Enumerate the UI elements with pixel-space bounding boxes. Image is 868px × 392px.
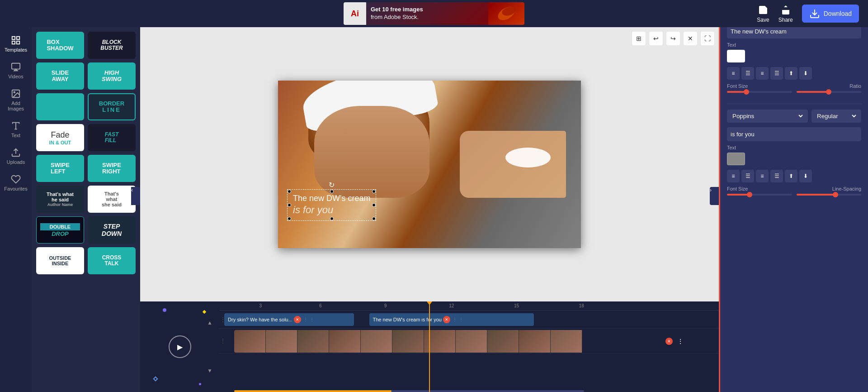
- ad-text: Get 10 free images from Adobe Stock.: [366, 6, 428, 21]
- handle-ml[interactable]: [288, 203, 291, 207]
- audio-clip-1-text: Dry skin? We have the solu...: [228, 317, 292, 322]
- sidebar-item-videos[interactable]: Videos: [2, 58, 29, 83]
- audio-clip-2-handle-b[interactable]: ⋮: [459, 317, 463, 322]
- ruler-mark-12: 12: [449, 303, 454, 308]
- audio-clip-2-text: The new DW's cream is for you: [373, 317, 442, 322]
- left-panel-toggle[interactable]: ‹: [131, 187, 140, 205]
- audio-clip-1-close[interactable]: ✕: [294, 316, 301, 323]
- redo-btn[interactable]: ↪: [666, 32, 680, 45]
- svg-rect-8: [12, 63, 20, 69]
- template-fade-in-out[interactable]: Fade IN & OUT: [36, 124, 84, 151]
- sidebar-item-text[interactable]: Text: [2, 117, 29, 142]
- audio-clip-2-close[interactable]: ✕: [443, 316, 450, 323]
- audio-clip-1[interactable]: Dry skin? We have the solu... ✕ ⋮ ⋮: [224, 313, 354, 326]
- handle-tl[interactable]: [288, 190, 291, 193]
- line-spacing-slider-2[interactable]: [797, 194, 862, 196]
- fullscreen-btn[interactable]: ⛶: [701, 32, 714, 45]
- template-slide-away[interactable]: SLIDEAWAY: [36, 62, 84, 90]
- playhead[interactable]: [429, 301, 430, 392]
- handle-tr[interactable]: [372, 190, 376, 193]
- adobe-logo: Ai: [344, 2, 366, 25]
- template-border-line[interactable]: BORDERLINE: [88, 93, 136, 120]
- font-family-select-2[interactable]: Poppins Arial Roboto: [727, 110, 808, 123]
- template-fast-fill[interactable]: FASTFILL: [88, 124, 136, 151]
- template-quote1[interactable]: That's whathe said Author Name: [36, 186, 84, 213]
- handle-bm[interactable]: [330, 217, 334, 220]
- overlay-text-1: The new DW's cream: [293, 193, 370, 204]
- template-box-shadow[interactable]: BOXSHADOW: [36, 32, 84, 59]
- template-solid-green[interactable]: [36, 93, 84, 120]
- close-btn[interactable]: ✕: [684, 32, 697, 45]
- template-quote2[interactable]: That'swhatshe said: [88, 186, 136, 213]
- template-swipe-right[interactable]: SWIPERIGHT: [88, 155, 136, 182]
- font-style-select-2[interactable]: Regular Bold Italic: [811, 110, 861, 123]
- timeline: ▲ ▼ ▶ 3 6 9 12 15 18 ⋮: [140, 301, 719, 392]
- audio-clip-2[interactable]: The new DW's cream is for you ✕ ⋮ ⋮: [369, 313, 534, 326]
- template-high-swing[interactable]: HIGHSWING: [88, 62, 136, 90]
- right-panel: Poppins Arial Roboto Regular Bold Italic…: [719, 0, 868, 392]
- svg-rect-6: [17, 41, 19, 44]
- timeline-ruler: 3 6 9 12 15 18: [219, 301, 719, 311]
- align-left-1[interactable]: ≡: [727, 67, 740, 80]
- align-right-1[interactable]: ≡: [756, 67, 769, 80]
- ruler-mark-9: 9: [384, 303, 387, 308]
- sidebar-item-templates[interactable]: Templates: [2, 32, 29, 56]
- align-bottom-2[interactable]: ⬇: [799, 170, 812, 182]
- align-justify-2[interactable]: ☰: [770, 170, 783, 182]
- sidebar-item-uploads[interactable]: Uploads: [2, 144, 29, 168]
- template-swipe-left[interactable]: SWIPELEFT: [36, 155, 84, 182]
- download-action[interactable]: Download: [802, 5, 859, 23]
- share-action[interactable]: Share: [778, 5, 793, 23]
- text-overlay[interactable]: ↻ The new DW's cream is for you: [287, 189, 376, 221]
- undo-btn[interactable]: ↩: [649, 32, 663, 45]
- play-button[interactable]: ▶: [169, 335, 191, 358]
- align-right-2[interactable]: ≡: [756, 170, 769, 182]
- font-size-slider-2[interactable]: [727, 194, 792, 196]
- align-top-2[interactable]: ⬆: [785, 170, 797, 182]
- color-swatch-1[interactable]: [727, 50, 745, 62]
- ruler-mark-3: 3: [259, 303, 262, 308]
- template-outside-inside[interactable]: OUTSIDE INSIDE: [36, 247, 84, 274]
- align-row-1: ≡ ☰ ≡ ☰ ⬆ ⬇: [727, 67, 861, 80]
- align-center-1[interactable]: ☰: [741, 67, 754, 80]
- handle-mr[interactable]: [372, 203, 376, 207]
- video-strip[interactable]: ✕ ⋮: [234, 330, 694, 353]
- align-center-2[interactable]: ☰: [741, 170, 754, 182]
- audio-clip-1-handle-b[interactable]: ⋮: [310, 317, 314, 322]
- handle-tm[interactable]: [330, 190, 334, 193]
- timeline-progress: [234, 390, 584, 392]
- ratio-slider-1[interactable]: [797, 91, 862, 93]
- template-block-buster[interactable]: BLOCKBUSTER: [88, 32, 136, 59]
- rotate-handle[interactable]: ↻: [329, 181, 335, 189]
- overlay-text-2: is for you: [293, 204, 370, 217]
- template-cross-talk[interactable]: CROSSTALK: [88, 247, 136, 274]
- timeline-tracks: 3 6 9 12 15 18 ⋮ Dry skin? We have the s…: [219, 301, 719, 392]
- audio-clip-2-handle-a[interactable]: ⋮: [453, 317, 457, 322]
- grid-view-btn[interactable]: ⊞: [632, 32, 646, 45]
- align-justify-1[interactable]: ☰: [770, 67, 783, 80]
- align-bottom-1[interactable]: ⬇: [799, 67, 812, 80]
- canvas-area: ⊞ ↩ ↪ ✕ ⛶ ↻ The new DW's cream is for yo…: [140, 27, 719, 301]
- right-panel-toggle[interactable]: ›: [710, 187, 719, 205]
- sidebar-item-favourites[interactable]: Favourites: [2, 171, 29, 195]
- text-input-2[interactable]: [727, 127, 861, 141]
- ruler-mark-18: 18: [579, 303, 584, 308]
- audio-clip-1-handle-a[interactable]: ⋮: [303, 317, 308, 322]
- save-action[interactable]: Save: [757, 5, 769, 23]
- sidebar-item-add-images[interactable]: Add Images: [2, 85, 29, 115]
- video-clip-close[interactable]: ✕: [665, 338, 673, 345]
- align-left-2[interactable]: ≡: [727, 170, 740, 182]
- video-clip-handle[interactable]: ⋮: [677, 338, 684, 345]
- color-swatch-2[interactable]: [727, 153, 745, 165]
- ad-banner[interactable]: Ai Get 10 free images from Adobe Stock.: [344, 2, 524, 25]
- font-size-slider-1[interactable]: [727, 91, 792, 93]
- handle-bl[interactable]: [288, 217, 291, 220]
- align-top-1[interactable]: ⬆: [785, 67, 797, 80]
- handle-br[interactable]: [372, 217, 376, 220]
- template-step-down[interactable]: STEP DOWN: [88, 216, 136, 244]
- template-double-drop[interactable]: DOUBLE DROP: [36, 216, 84, 244]
- svg-point-11: [14, 91, 15, 93]
- ruler-mark-6: 6: [319, 303, 322, 308]
- video-track-handle[interactable]: ⋮: [220, 338, 226, 344]
- font-size-label-2: Font Size: [727, 186, 748, 191]
